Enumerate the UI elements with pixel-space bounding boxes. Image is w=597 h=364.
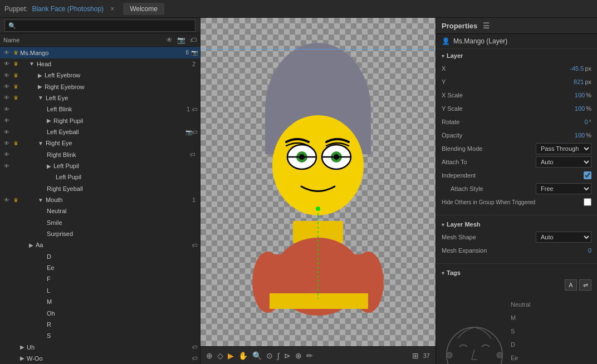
crown-icon: ♛ [11,140,20,146]
hideothers-checkbox[interactable] [584,198,591,206]
pin-tool-icon[interactable]: ◇ [217,351,223,360]
layer-item-r[interactable]: R [0,319,200,330]
layer-item-right-blink[interactable]: 👁 Right Blink 🏷 [0,149,200,160]
circle-tool-icon[interactable]: ⊙ [266,351,273,360]
layer-item-left-pupil-leaf[interactable]: Left Pupil [0,171,200,183]
layer-item-oh[interactable]: Oh [0,307,200,318]
layer-item-left-eye[interactable]: 👁 ♛ ▼ Left Eye [0,92,200,104]
tag-icon: 🏷 [192,355,198,361]
selected-layer-name: Ms.Mango (Layer) [453,37,507,45]
layer-item-neutral[interactable]: Neutral [0,205,200,217]
layer-item-m[interactable]: M [0,296,200,307]
layer-section-header[interactable]: ▾ Layer [442,52,591,59]
layer-item-aa[interactable]: ▶ Aa 🏷 [0,239,200,250]
prop-blending-row: Blending Mode Pass Through Normal Multip… [442,142,591,155]
layer-item-right-pupil[interactable]: 👁 ▶ Right Pupil [0,115,200,126]
prop-xscale-value[interactable]: 100 [557,92,585,99]
layer-item-woo[interactable]: ▶ W-Oo 🏷 [0,353,200,364]
prop-y-value[interactable]: 821 [556,78,584,85]
layer-item-uh[interactable]: ▶ Uh 🏷 [0,341,200,352]
layer-mesh-section: ▾ Layer Mesh Mesh Shape Auto Manual Mesh… [436,218,597,261]
collapse-arrow: ▼ [29,61,35,67]
face-diagram: ↺ [444,294,505,364]
select-tool-icon[interactable]: ▶ [228,351,234,360]
svg-point-19 [447,327,502,364]
layer-section-title: Layer [447,52,463,59]
layer-item-smile[interactable]: Smile [0,217,200,228]
layer-name-label: Left Eyebrow [45,72,198,78]
layers-panel: Name 👁 📷 🏷 👁 ♛ Ms.Mango 8 📷 👁 ♛ ▼ Head 2… [0,18,200,364]
eye-icon: 👁 [2,106,11,112]
mesh-tool-icon[interactable]: ⊕ [206,351,213,360]
tab-close-icon[interactable]: × [110,5,114,13]
zoom-tool-icon[interactable]: 🔍 [252,351,262,360]
search-input[interactable] [4,19,195,32]
section-divider-1 [436,215,597,215]
layer-item-d[interactable]: D [0,251,200,262]
layer-item-right-eyebrow[interactable]: 👁 ♛ ▶ Right Eyebrow [0,81,200,92]
layer-item-surprised[interactable]: Surprised [0,228,200,239]
layer-item-head[interactable]: 👁 ♛ ▼ Head 2 [0,58,200,70]
mesh-shape-dropdown[interactable]: Auto Manual [536,232,591,243]
svg-point-8 [272,115,364,215]
tag-icon: 🏷 [192,129,198,135]
layer-item-l[interactable]: L [0,285,200,296]
layer-name-label: Left Pupil [56,174,198,180]
crown-icon: ♛ [11,197,20,203]
attach-tool-icon[interactable]: ⊳ [284,351,291,360]
prop-rotate-row: Rotate 0 ° [442,116,591,128]
arrow-right-icon: ▶ [20,344,25,350]
layer-item-left-blink[interactable]: 👁 Left Blink 1 🏷 [0,104,200,115]
hand-tool-icon[interactable]: ✋ [238,351,248,360]
layer-item-msmango[interactable]: 👁 ♛ Ms.Mango 8 📷 [0,47,200,58]
layer-item-left-eyebrow[interactable]: 👁 ♛ ▶ Left Eyebrow [0,70,200,81]
layer-name-label: Right Blink [47,151,190,158]
prop-opacity-value[interactable]: 100 [557,132,585,139]
prop-yscale-value[interactable]: 100 [557,105,585,112]
tag-add-button[interactable]: A [565,279,577,291]
section-arrow: ▾ [442,270,444,276]
prop-blending-label: Blending Mode [442,145,536,152]
blending-mode-dropdown[interactable]: Pass Through Normal Multiply [536,143,591,154]
arrow-right-icon: ▶ [29,242,33,248]
layer-item-left-pupil-group[interactable]: 👁 ▶ Left Pupil [0,160,200,171]
bezier-tool-icon[interactable]: ∫ [277,351,280,360]
collapse-arrow: ▼ [38,95,43,101]
layer-item-s[interactable]: S [0,330,200,341]
tab-welcome[interactable]: Welcome [123,3,164,15]
layer-item-left-eyeball[interactable]: 👁 Left Eyeball 📷 🏷 [0,126,200,137]
layer-item-f[interactable]: F [0,273,200,284]
attach-to-dropdown[interactable]: Auto Manual [536,156,591,168]
paint-tool-icon[interactable]: ✏ [306,351,313,360]
prop-y-label: Y [442,78,556,85]
canvas-area: ⊕ ◇ ▶ ✋ 🔍 ⊙ ∫ ⊳ ⊕ ✏ ⊞ 37 [200,18,435,364]
tags-section-header[interactable]: ▾ Tags [442,269,591,276]
layer-name-label: Left Blink [47,106,187,112]
layer-item-right-eyeball[interactable]: Right Eyeball [0,183,200,194]
layer-name-label: Oh [47,310,198,317]
layer-name-label: Left Eye [46,95,198,101]
layer-item-ee[interactable]: Ee [0,262,200,273]
layer-column-header: Name 👁 📷 🏷 [0,33,200,47]
layer-item-mouth[interactable]: 👁 ♛ ▼ Mouth 1 [0,194,200,205]
properties-menu-icon[interactable]: ☰ [483,21,490,30]
prop-attachstyle-row: Attach Style Free Fixed [442,183,591,195]
warp-tool-icon[interactable]: ⊕ [295,351,302,360]
independent-checkbox[interactable] [584,171,591,179]
tag-label-d: D [511,338,530,351]
layer-num: 1 [187,106,190,112]
grid-tool-icon[interactable]: ⊞ [412,351,419,360]
prop-meshexpansion-value[interactable]: 0 [588,247,591,254]
prop-meshexpansion-row: Mesh Expansion 0 [442,244,591,257]
attach-style-dropdown[interactable]: Free Fixed [536,183,591,194]
prop-x-value[interactable]: -45.5 [556,65,584,72]
camera-icon: 📷 [185,129,192,135]
layer-item-right-eye[interactable]: 👁 ♛ ▼ Right Eye [0,137,200,149]
layer-mesh-section-header[interactable]: ▾ Layer Mesh [442,221,591,228]
layer-name-label: Right Pupil [53,117,198,124]
prop-rotate-value[interactable]: 0 [560,119,588,125]
tag-edit-button[interactable]: ⇌ [579,279,591,291]
prop-rotate-unit: ° [589,119,591,125]
layer-name-label: Smile [47,219,198,226]
tag-icon: 🏷 [192,106,198,112]
